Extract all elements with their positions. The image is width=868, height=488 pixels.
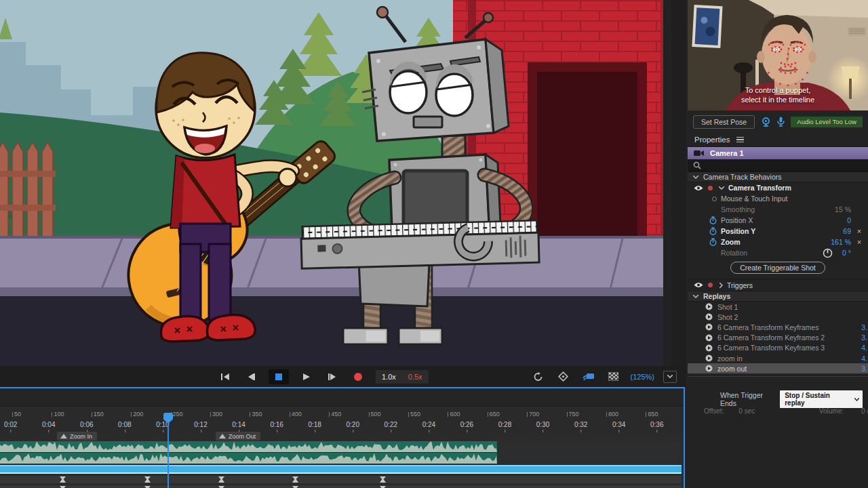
behavior-camera-transform[interactable]: Camera Transform (688, 182, 868, 193)
viewport-zoom-level[interactable]: (125%) (631, 373, 654, 381)
stopwatch-icon[interactable] (709, 238, 717, 246)
ruler-time-tick: 0:28 (498, 421, 511, 428)
ruler-time-tick: 0:22 (384, 421, 397, 428)
eye-icon[interactable] (693, 282, 704, 288)
ruler-frame-tick: 750 (567, 411, 579, 418)
timeline-marker[interactable]: Zoom Out (216, 432, 260, 441)
live-stream-icon[interactable] (580, 370, 597, 384)
property-search[interactable] (688, 159, 868, 171)
replay-item[interactable]: 6 Camera Transform Keyframes 34. (688, 343, 868, 353)
camera-input-view[interactable]: To control a puppet, select it in the ti… (688, 0, 868, 110)
keyframe-marker[interactable] (218, 476, 224, 483)
behaviors-section-header[interactable]: Camera Track Behaviors (688, 171, 868, 182)
keyframe-track-2[interactable] (0, 485, 682, 488)
play-circle-icon[interactable] (705, 365, 713, 372)
position-x-row[interactable]: Position X 0 (688, 215, 868, 226)
playback-speed-half[interactable]: 0.5x (402, 373, 429, 381)
keyframe-marker[interactable] (380, 476, 386, 483)
properties-title: Properties (694, 136, 730, 144)
camera-control-bar: Set Rest Pose Audio Level Too Low (688, 110, 868, 133)
play-button[interactable] (298, 370, 315, 384)
refresh-icon[interactable] (530, 370, 547, 384)
webcam-hint-text: To control a puppet, select it in the ti… (688, 85, 868, 104)
zoom-row[interactable]: Zoom 161 % × (688, 237, 868, 247)
arm-for-record-dot[interactable] (708, 283, 713, 287)
snapshot-icon[interactable] (555, 370, 572, 384)
ruler-frame-tick: 200 (131, 411, 143, 418)
keyframe-marker[interactable] (60, 476, 66, 483)
keyframe-track-1[interactable] (0, 476, 682, 483)
zoom-dropdown-button[interactable] (663, 371, 677, 383)
volume-value[interactable]: 0 d (861, 407, 868, 415)
replay-item[interactable]: Shot 1 (688, 302, 868, 312)
microphone-toggle-icon[interactable] (777, 117, 785, 127)
set-rest-pose-button[interactable]: Set Rest Pose (693, 115, 755, 129)
zoom-value[interactable]: 161 % (831, 238, 851, 246)
behavior-mouse-touch[interactable]: Mouse & Touch Input (688, 193, 868, 204)
webcam-toggle-icon[interactable] (761, 117, 771, 127)
timeline-markers: Zoom InZoom Out (0, 431, 684, 441)
smoothing-row[interactable]: Smoothing 15 % (688, 204, 868, 215)
create-triggerable-shot-button[interactable]: Create Triggerable Shot (730, 262, 825, 274)
replays-section-header[interactable]: Replays (688, 291, 868, 302)
stop-button[interactable] (269, 369, 289, 384)
arm-for-record-dot[interactable] (708, 186, 713, 190)
rotation-value[interactable]: 0 ° (842, 249, 851, 257)
clear-keyframes-button[interactable]: × (856, 238, 863, 246)
scene-viewport[interactable] (0, 0, 686, 366)
position-y-row[interactable]: Position Y 69 × (688, 226, 868, 237)
stopwatch-icon[interactable] (709, 216, 717, 224)
ruler-frame-tick: 700 (527, 411, 539, 418)
right-panel: To control a puppet, select it in the ti… (688, 0, 868, 488)
previous-frame-button[interactable] (243, 370, 259, 384)
smoothing-value[interactable]: 15 % (835, 205, 851, 214)
eye-icon[interactable] (693, 185, 704, 191)
keyframe-marker[interactable] (292, 476, 298, 483)
ruler-time-tick: 0:34 (612, 421, 625, 428)
record-button[interactable] (350, 370, 366, 384)
chevron-down-icon (693, 295, 698, 298)
replay-item[interactable]: zoom in4. (688, 353, 868, 363)
replay-item[interactable]: 6 Camera Transform Keyframes3. (688, 322, 868, 332)
play-circle-icon[interactable] (705, 334, 713, 342)
behavior-triggers[interactable]: Triggers (688, 279, 868, 291)
volume-label: Volume: (819, 407, 844, 415)
timeline-tracks (0, 441, 682, 488)
keyframe-marker[interactable] (144, 476, 151, 483)
play-circle-icon[interactable] (705, 354, 713, 362)
position-x-value[interactable]: 0 (847, 216, 851, 224)
play-circle-icon[interactable] (705, 323, 713, 331)
stopwatch-icon[interactable] (709, 227, 717, 235)
play-circle-icon[interactable] (705, 313, 713, 321)
ruler-time-tick: 0:12 (194, 421, 207, 428)
stop-icon (275, 373, 282, 380)
timeline-panel[interactable]: 5010015020025030035040045050055060065070… (0, 387, 685, 488)
skip-to-start-button[interactable] (217, 370, 233, 384)
replay-item[interactable]: Shot 2 (688, 312, 868, 322)
chevron-down-icon (667, 375, 673, 378)
audio-level-meter: Audio Level Too Low (791, 117, 863, 127)
ruler-frame-tick: 850 (646, 411, 658, 418)
clear-keyframes-button[interactable]: × (856, 227, 863, 235)
timeline-marker[interactable]: Zoom In (57, 432, 97, 441)
replay-item[interactable]: 6 Camera Transform Keyframes 23. (688, 333, 868, 343)
selected-puppet-row[interactable]: Camera 1 (688, 147, 868, 159)
take-bar[interactable] (0, 465, 682, 474)
rotation-dial-icon[interactable] (823, 248, 833, 258)
audio-track-1[interactable] (0, 441, 682, 452)
playback-speed-normal[interactable]: 1.0x (376, 373, 402, 381)
rotation-row[interactable]: Rotation 0 ° (688, 247, 868, 258)
next-frame-button[interactable] (324, 370, 340, 384)
position-y-value[interactable]: 69 (843, 227, 851, 235)
replay-item[interactable]: zoom out3. (688, 363, 868, 373)
offset-value[interactable]: 0 sec (738, 407, 755, 415)
ruler-time-tick: 0:26 (460, 421, 473, 428)
timeline-ruler[interactable]: 5010015020025030035040045050055060065070… (0, 407, 684, 432)
panel-menu-icon[interactable] (736, 137, 744, 143)
audio-track-2[interactable] (0, 453, 682, 464)
play-circle-icon[interactable] (705, 344, 713, 352)
play-circle-icon[interactable] (705, 303, 713, 310)
ruler-time-tick: 0:08 (118, 421, 131, 428)
transparency-grid-icon[interactable] (606, 370, 622, 384)
scene-keyboard (301, 220, 540, 268)
